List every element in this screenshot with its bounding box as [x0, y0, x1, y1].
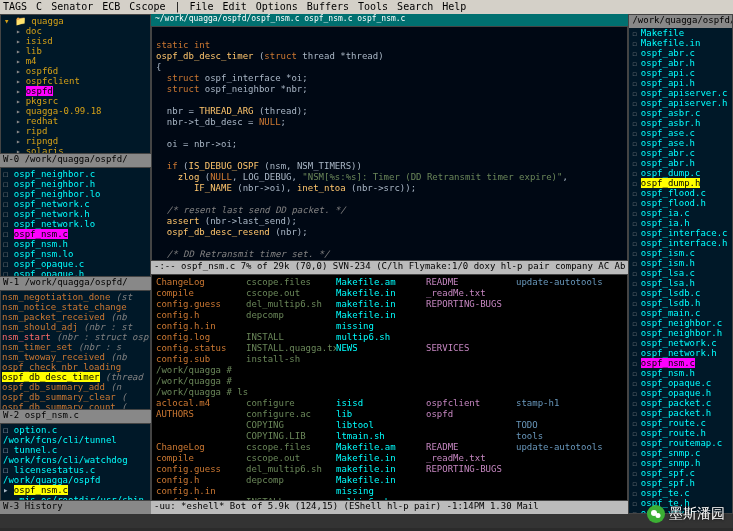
menu-cscope[interactable]: Cscope: [129, 1, 165, 13]
tag-nsm_start[interactable]: nsm_start (nbr : struct osp: [2, 332, 149, 342]
speedbar-ospf_asbr.c[interactable]: ospf_asbr.c: [629, 108, 732, 118]
speedbar-ospf_dump.c[interactable]: ospf_dump.c: [629, 168, 732, 178]
hist-tunnel-c[interactable]: ☐ tunnel.c: [2, 445, 149, 455]
file-ospf_network.c[interactable]: ☐ ospf_network.c: [2, 199, 149, 209]
speedbar-ospf_packet.c[interactable]: ospf_packet.c: [629, 398, 732, 408]
file-ospf_neighbor.h[interactable]: ☐ ospf_neighbor.h: [2, 179, 149, 189]
menu-bar[interactable]: TAGSCSenatorECBCscope|FileEditOptionsBuf…: [0, 0, 733, 14]
tree-isisd[interactable]: isisd: [2, 36, 149, 46]
speedbar-ospf_nsm.c[interactable]: ospf_nsm.c: [629, 358, 732, 368]
speedbar-ospf_opaque.h[interactable]: ospf_opaque.h: [629, 388, 732, 398]
menu-tools[interactable]: Tools: [358, 1, 388, 13]
tag-nsm_twoway_received[interactable]: nsm_twoway_received (nb: [2, 352, 149, 362]
tag-nsm_timer_set[interactable]: nsm_timer_set (nbr : s: [2, 342, 149, 352]
file-list-pane[interactable]: ☐ ospf_neighbor.c☐ ospf_neighbor.h☐ ospf…: [0, 167, 151, 277]
tree-ospfclient[interactable]: ospfclient: [2, 76, 149, 86]
tag-list-pane[interactable]: nsm_negotiation_done (stnsm_notice_state…: [0, 290, 151, 410]
file-ospf_network.h[interactable]: ☐ ospf_network.h: [2, 209, 149, 219]
speedbar-ospf_flood.h[interactable]: ospf_flood.h: [629, 198, 732, 208]
speedbar-ospf_neighbor.c[interactable]: ospf_neighbor.c: [629, 318, 732, 328]
speedbar-ospf_abr.c[interactable]: ospf_abr.c: [629, 148, 732, 158]
tree-redhat[interactable]: redhat: [2, 116, 149, 126]
menu-edit[interactable]: Edit: [223, 1, 247, 13]
speedbar-ospf_interface.c[interactable]: ospf_interface.c: [629, 228, 732, 238]
speedbar-ospf_opaque.c[interactable]: ospf_opaque.c: [629, 378, 732, 388]
tree-doc[interactable]: doc: [2, 26, 149, 36]
speedbar-ospf_apiserver.c[interactable]: ospf_apiserver.c: [629, 88, 732, 98]
hist-option-c[interactable]: ☐ option.c: [2, 425, 149, 435]
tag-ospf_db_desc_timer[interactable]: ospf_db_desc_timer (thread: [2, 372, 149, 382]
speedbar-ospf_flood.c[interactable]: ospf_flood.c: [629, 188, 732, 198]
hist--work-fcns-cli-tunnel[interactable]: /work/fcns/cli/tunnel: [2, 435, 149, 445]
menu-tags[interactable]: TAGS: [3, 1, 27, 13]
speedbar-ospf_api.h[interactable]: ospf_api.h: [629, 78, 732, 88]
tag-ospf_check_nbr_loading[interactable]: ospf_check_nbr_loading: [2, 362, 149, 372]
speedbar-ospf_network.c[interactable]: ospf_network.c: [629, 338, 732, 348]
tag-ospf_db_summary_count[interactable]: ospf_db_summary_count (: [2, 402, 149, 410]
speedbar-ospf_ia.c[interactable]: ospf_ia.c: [629, 208, 732, 218]
speedbar-ospf_routemap.c[interactable]: ospf_routemap.c: [629, 438, 732, 448]
tree-m4[interactable]: m4: [2, 56, 149, 66]
menu-senator[interactable]: Senator: [51, 1, 93, 13]
speedbar-ospf_ism.c[interactable]: ospf_ism.c: [629, 248, 732, 258]
speedbar-ospf_abr.h[interactable]: ospf_abr.h: [629, 158, 732, 168]
speedbar-ospf_route.h[interactable]: ospf_route.h: [629, 428, 732, 438]
file-ospf_nsm.lo[interactable]: ☐ ospf_nsm.lo: [2, 249, 149, 259]
speedbar-ospf_network.h[interactable]: ospf_network.h: [629, 348, 732, 358]
speedbar-ospf_snmp.c[interactable]: ospf_snmp.c: [629, 448, 732, 458]
speedbar-Makefile.in[interactable]: Makefile.in: [629, 38, 732, 48]
eshell-pane[interactable]: ChangeLogcscope.filesMakefile.amREADMEup…: [151, 274, 628, 501]
speedbar-Makefile[interactable]: Makefile: [629, 28, 732, 38]
speedbar-ospf_ase.h[interactable]: ospf_ase.h: [629, 138, 732, 148]
speedbar-pane[interactable]: /work/quagga/ospfd/ MakefileMakefile.ino…: [628, 14, 733, 514]
hist--work-quagga-ospfd[interactable]: /work/quagga/ospfd: [2, 475, 149, 485]
file-ospf_network.lo[interactable]: ☐ ospf_network.lo: [2, 219, 149, 229]
tag-nsm_packet_received[interactable]: nsm_packet_received (nb: [2, 312, 149, 322]
speedbar-ospf_lsa.c[interactable]: ospf_lsa.c: [629, 268, 732, 278]
code-editor[interactable]: static intospf_db_desc_timer (struct thr…: [151, 26, 628, 261]
speedbar-ospf_interface.h[interactable]: ospf_interface.h: [629, 238, 732, 248]
menu-c[interactable]: C: [36, 1, 42, 13]
directory-tree-pane[interactable]: 📁 quaggadocisisdlibm4ospf6dospfclientosp…: [0, 14, 151, 154]
tree-ospfd[interactable]: ospfd: [2, 86, 149, 96]
history-pane[interactable]: ☐ option.c/work/fcns/cli/tunnel☐ tunnel.…: [0, 423, 151, 501]
menu-ecb[interactable]: ECB: [102, 1, 120, 13]
speedbar-ospf_dump.h[interactable]: ospf_dump.h: [629, 178, 732, 188]
speedbar-ospf_ase.c[interactable]: ospf_ase.c: [629, 128, 732, 138]
speedbar-ospf_spf.h[interactable]: ospf_spf.h: [629, 478, 732, 488]
speedbar-ospf_route.c[interactable]: ospf_route.c: [629, 418, 732, 428]
tag-ospf_db_summary_add[interactable]: ospf_db_summary_add (n: [2, 382, 149, 392]
menu-file[interactable]: File: [190, 1, 214, 13]
speedbar-ospf_neighbor.h[interactable]: ospf_neighbor.h: [629, 328, 732, 338]
menu-buffers[interactable]: Buffers: [307, 1, 349, 13]
tree-ospf6d[interactable]: ospf6d: [2, 66, 149, 76]
speedbar-ospf_lsa.h[interactable]: ospf_lsa.h: [629, 278, 732, 288]
tree-pkgsrc[interactable]: pkgsrc: [2, 96, 149, 106]
speedbar-ospf_spf.c[interactable]: ospf_spf.c: [629, 468, 732, 478]
file-ospf_neighbor.lo[interactable]: ☐ ospf_neighbor.lo: [2, 189, 149, 199]
buffer-tab-bar[interactable]: ~/work/quagga/ospfd/ospf_nsm.c ospf_nsm.…: [151, 14, 628, 26]
tag-ospf_db_summary_clear[interactable]: ospf_db_summary_clear (: [2, 392, 149, 402]
menu-search[interactable]: Search: [397, 1, 433, 13]
tree-ripngd[interactable]: ripngd: [2, 136, 149, 146]
speedbar-ospf_asbr.h[interactable]: ospf_asbr.h: [629, 118, 732, 128]
speedbar-ospf_main.c[interactable]: ospf_main.c: [629, 308, 732, 318]
hist-ospf_nsm-c[interactable]: ▸ ospf_nsm.c: [2, 485, 149, 495]
file-ospf_nsm.c[interactable]: ☐ ospf_nsm.c: [2, 229, 149, 239]
tag-nsm_notice_state_change[interactable]: nsm_notice_state_change: [2, 302, 149, 312]
tree-lib[interactable]: lib: [2, 46, 149, 56]
speedbar-ospf_te.c[interactable]: ospf_te.c: [629, 488, 732, 498]
speedbar-ospf_packet.h[interactable]: ospf_packet.h: [629, 408, 732, 418]
speedbar-ospf_abr.c[interactable]: ospf_abr.c: [629, 48, 732, 58]
file-ospf_neighbor.c[interactable]: ☐ ospf_neighbor.c: [2, 169, 149, 179]
file-ospf_opaque.c[interactable]: ☐ ospf_opaque.c: [2, 259, 149, 269]
file-ospf_nsm.h[interactable]: ☐ ospf_nsm.h: [2, 239, 149, 249]
tree-solaris[interactable]: solaris: [2, 146, 149, 154]
menu-options[interactable]: Options: [256, 1, 298, 13]
speedbar-ospf_ism.h[interactable]: ospf_ism.h: [629, 258, 732, 268]
minibuffer[interactable]: [0, 514, 733, 528]
speedbar-ospf_snmp.h[interactable]: ospf_snmp.h: [629, 458, 732, 468]
speedbar-ospf_ia.h[interactable]: ospf_ia.h: [629, 218, 732, 228]
file-ospf_opaque.h[interactable]: ☐ ospf_opaque.h: [2, 269, 149, 277]
menu-help[interactable]: Help: [442, 1, 466, 13]
